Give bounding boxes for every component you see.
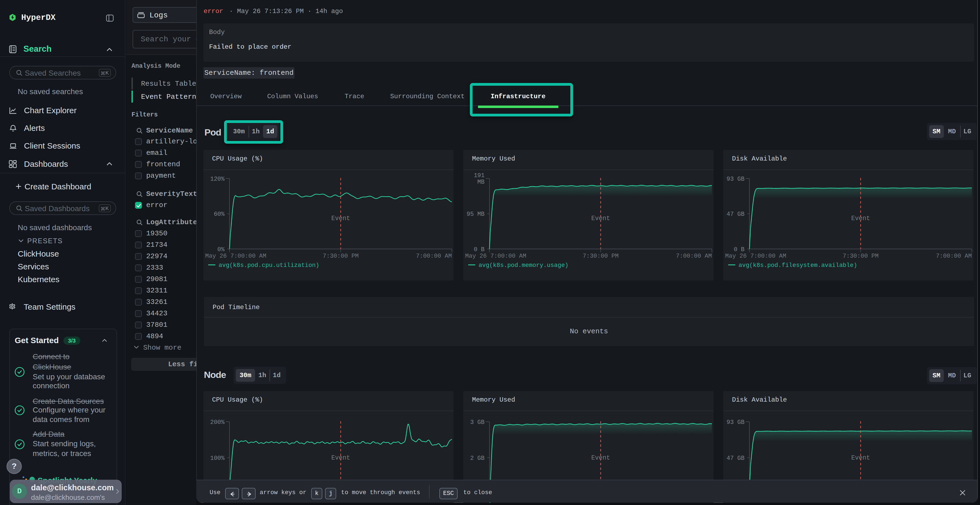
svg-text:7:30:00 PM: 7:30:00 PM — [582, 253, 619, 260]
svg-text:0%: 0% — [218, 246, 225, 253]
svg-text:191: 191 — [474, 172, 485, 179]
svg-text:2 GB: 2 GB — [470, 455, 485, 462]
svg-text:Event: Event — [851, 215, 870, 222]
svg-text:3 GB: 3 GB — [470, 419, 485, 426]
svg-text:47 GB: 47 GB — [727, 455, 745, 462]
svg-text:Event: Event — [851, 454, 870, 462]
svg-text:May 26 7:00:00 AM: May 26 7:00:00 AM — [465, 253, 526, 260]
svg-text:120%: 120% — [210, 176, 225, 183]
svg-text:7:00:00 AM: 7:00:00 AM — [936, 253, 972, 260]
svg-text:Event: Event — [591, 215, 610, 222]
svg-text:Event: Event — [591, 454, 610, 462]
svg-text:Event: Event — [331, 215, 350, 222]
svg-text:60%: 60% — [214, 211, 224, 218]
svg-text:100%: 100% — [210, 455, 225, 462]
svg-text:May 26 7:00:00 AM: May 26 7:00:00 AM — [725, 253, 786, 260]
svg-text:7:00:00 AM: 7:00:00 AM — [416, 253, 452, 260]
svg-text:0 B: 0 B — [474, 246, 485, 253]
svg-text:95 MB: 95 MB — [466, 211, 485, 218]
svg-text:47 GB: 47 GB — [727, 211, 745, 218]
svg-text:MB: MB — [477, 179, 485, 186]
svg-text:7:00:00 AM: 7:00:00 AM — [676, 253, 712, 260]
svg-text:Event: Event — [331, 454, 350, 462]
svg-text:200%: 200% — [210, 419, 225, 426]
svg-text:93 GB: 93 GB — [727, 176, 745, 183]
svg-text:93 GB: 93 GB — [727, 419, 745, 426]
svg-text:0 B: 0 B — [733, 246, 745, 253]
svg-text:7:30:00 PM: 7:30:00 PM — [843, 253, 878, 260]
svg-text:7:30:00 PM: 7:30:00 PM — [323, 253, 358, 260]
svg-text:May 26 7:00:00 AM: May 26 7:00:00 AM — [205, 253, 266, 260]
